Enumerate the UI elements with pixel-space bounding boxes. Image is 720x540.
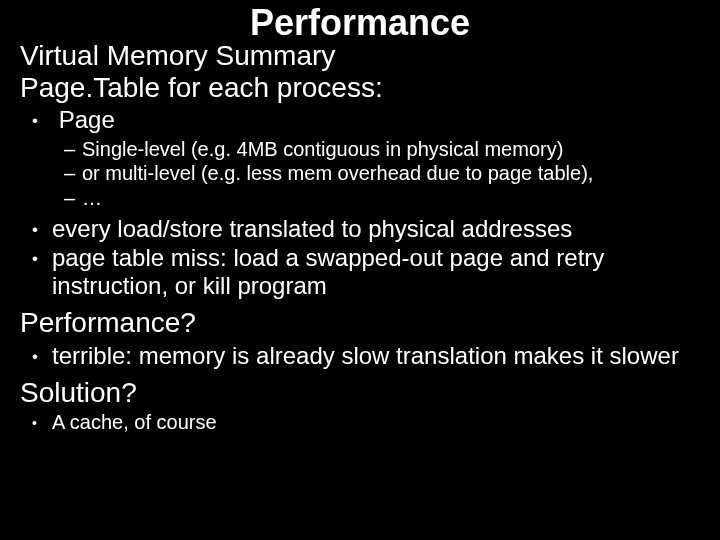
bullet-terrible: terrible: memory is already slow transla… [52,342,700,370]
bullet-load-store: every load/store translated to physical … [52,215,700,243]
performance-heading: Performance? [20,307,700,339]
bullet-page: Page Single-level (e.g. 4MB contiguous i… [52,106,700,210]
bullet-list-sol: A cache, of course [20,411,700,435]
subtitle-line-2: Page.Table for each process: [20,72,700,104]
slide: Performance Virtual Memory Summary Page.… [0,0,720,540]
solution-heading: Solution? [20,377,700,409]
sub-bullet-list: Single-level (e.g. 4MB contiguous in phy… [52,138,700,211]
bullet-cache: A cache, of course [52,411,700,435]
sub-bullet-1: Single-level (e.g. 4MB contiguous in phy… [82,138,700,162]
bullet-list-1: Page Single-level (e.g. 4MB contiguous i… [20,106,700,299]
bullet-page-miss: page table miss: load a swapped-out page… [52,244,700,299]
sub-bullet-3: … [82,187,700,211]
bullet-page-text: Page [59,106,115,133]
sub-bullet-2: or multi-level (e.g. less mem overhead d… [82,162,700,186]
slide-title: Performance [20,4,700,42]
subtitle-line-1: Virtual Memory Summary [20,40,700,72]
bullet-list-perf: terrible: memory is already slow transla… [20,342,700,370]
